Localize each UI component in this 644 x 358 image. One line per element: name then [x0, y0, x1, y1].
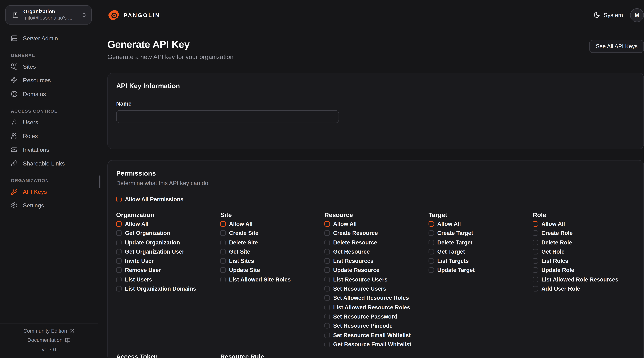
user-avatar[interactable]: M: [630, 8, 644, 22]
perm-checkbox-resource-list-resources[interactable]: List Resources: [324, 256, 427, 266]
page-header: Generate API Key Generate a new API key …: [108, 39, 644, 60]
sidebar-scrollbar-thumb[interactable]: [99, 176, 100, 188]
sidebar-item-invitations[interactable]: Invitations: [6, 143, 92, 156]
perm-checkbox-site-get-site[interactable]: Get Site: [220, 247, 323, 256]
perm-checkbox-role-list-roles[interactable]: List Roles: [533, 256, 635, 266]
documentation-link[interactable]: Documentation: [0, 336, 98, 345]
community-edition-link[interactable]: Community Edition: [0, 326, 98, 336]
perm-checkbox-role-get-role[interactable]: Get Role: [533, 247, 635, 256]
perm-label: Set Resource Email Whitelist: [333, 332, 411, 338]
perm-checkbox-target-list-targets[interactable]: List Targets: [428, 256, 531, 266]
perm-checkbox-resource-list-resource-users[interactable]: List Resource Users: [324, 275, 427, 284]
perm-label: List Roles: [541, 258, 568, 264]
perm-checkbox-organization-allow-all[interactable]: Allow All: [116, 219, 218, 228]
perm-checkbox-resource-delete-resource[interactable]: Delete Resource: [324, 238, 427, 247]
perm-group-access-token: Access Token: [116, 353, 218, 358]
chevrons-up-down-icon: [81, 12, 87, 18]
perm-checkbox-site-delete-site[interactable]: Delete Site: [220, 238, 323, 247]
checkbox-icon: [428, 240, 434, 245]
perm-label: Allow All: [125, 221, 148, 227]
checkbox-icon: [220, 267, 226, 273]
gear-icon: [11, 202, 18, 208]
link-icon: [11, 160, 18, 167]
checkbox-icon: [116, 267, 122, 273]
building-icon: [12, 11, 19, 19]
perm-checkbox-resource-set-resource-password[interactable]: Set Resource Password: [324, 312, 427, 321]
perm-checkbox-site-update-site[interactable]: Update Site: [220, 266, 323, 275]
sidebar-item-shareable-links[interactable]: Shareable Links: [6, 156, 92, 170]
sidebar-item-roles[interactable]: Roles: [6, 129, 92, 143]
perm-checkbox-organization-invite-user[interactable]: Invite User: [116, 256, 218, 266]
perm-checkbox-site-create-site[interactable]: Create Site: [220, 228, 323, 238]
perm-checkbox-role-update-role[interactable]: Update Role: [533, 266, 635, 275]
nav-section-title: GENERAL: [6, 53, 92, 58]
checkbox-icon: [324, 267, 330, 273]
perm-checkbox-organization-list-users[interactable]: List Users: [116, 275, 218, 284]
perm-checkbox-site-list-sites[interactable]: List Sites: [220, 256, 323, 266]
perm-checkbox-organization-get-organization[interactable]: Get Organization: [116, 228, 218, 238]
checkbox-icon: [533, 286, 538, 292]
perm-checkbox-target-allow-all[interactable]: Allow All: [428, 219, 531, 228]
checkbox-icon: [116, 196, 122, 202]
allow-all-permissions-checkbox[interactable]: Allow All Permissions: [116, 194, 635, 204]
sidebar-item-label: Shareable Links: [23, 160, 65, 167]
perm-checkbox-resource-set-resource-pincode[interactable]: Set Resource Pincode: [324, 321, 427, 331]
sidebar-item-resources[interactable]: Resources: [6, 73, 92, 87]
sidebar-item-settings[interactable]: Settings: [6, 198, 92, 212]
app-window: Organization milo@fossorial.io's ... Ser…: [0, 0, 644, 358]
perm-checkbox-target-get-target[interactable]: Get Target: [428, 247, 531, 256]
theme-toggle[interactable]: System: [594, 12, 623, 18]
org-switcher[interactable]: Organization milo@fossorial.io's ...: [6, 5, 92, 24]
perm-group-target: TargetAllow AllCreate TargetDelete Targe…: [428, 211, 531, 349]
perm-checkbox-organization-get-organization-user[interactable]: Get Organization User: [116, 247, 218, 256]
sidebar-item-label: Users: [23, 119, 38, 125]
perm-checkbox-resource-set-allowed-resource-roles[interactable]: Set Allowed Resource Roles: [324, 293, 427, 303]
perm-checkbox-target-create-target[interactable]: Create Target: [428, 228, 531, 238]
sidebar-item-api-keys[interactable]: API Keys: [6, 185, 92, 198]
perm-checkbox-organization-list-organization-domains[interactable]: List Organization Domains: [116, 284, 218, 293]
see-all-api-keys-button[interactable]: See All API Keys: [590, 40, 644, 53]
perm-label: Get Role: [541, 249, 564, 255]
perm-label: Set Resource Users: [333, 286, 386, 292]
checkbox-icon: [116, 240, 122, 245]
main-content: PANGOLIN System M Generate API Key Gener…: [98, 0, 644, 358]
sidebar-item-sites[interactable]: Sites: [6, 59, 92, 73]
checkbox-icon: [324, 314, 330, 319]
perm-checkbox-resource-get-resource-email-whitelist[interactable]: Get Resource Email Whitelist: [324, 340, 427, 349]
perm-checkbox-resource-set-resource-email-whitelist[interactable]: Set Resource Email Whitelist: [324, 331, 427, 340]
checkbox-icon: [116, 277, 122, 282]
brand-logo[interactable]: PANGOLIN: [108, 9, 160, 21]
name-input[interactable]: [116, 110, 339, 123]
perm-checkbox-resource-get-resource[interactable]: Get Resource: [324, 247, 427, 256]
perm-label: Create Site: [229, 230, 258, 236]
checkbox-icon: [324, 323, 330, 329]
perm-checkbox-role-delete-role[interactable]: Delete Role: [533, 238, 635, 247]
perm-checkbox-site-allow-all[interactable]: Allow All: [220, 219, 323, 228]
perm-checkbox-organization-update-organization[interactable]: Update Organization: [116, 238, 218, 247]
perm-checkbox-organization-remove-user[interactable]: Remove User: [116, 266, 218, 275]
perm-checkbox-resource-allow-all[interactable]: Allow All: [324, 219, 427, 228]
perm-label: Delete Role: [541, 239, 572, 246]
perm-checkbox-resource-set-resource-users[interactable]: Set Resource Users: [324, 284, 427, 293]
perm-checkbox-target-delete-target[interactable]: Delete Target: [428, 238, 531, 247]
sidebar-item-label: Settings: [23, 202, 44, 208]
perm-group-title: Target: [428, 211, 531, 218]
perm-checkbox-resource-create-resource[interactable]: Create Resource: [324, 228, 427, 238]
perm-checkbox-site-list-allowed-site-roles[interactable]: List Allowed Site Roles: [220, 275, 323, 284]
perm-checkbox-target-update-target[interactable]: Update Target: [428, 266, 531, 275]
checkbox-icon: [324, 286, 330, 292]
perm-checkbox-resource-update-resource[interactable]: Update Resource: [324, 266, 427, 275]
checkbox-icon: [116, 258, 122, 264]
perm-checkbox-resource-list-allowed-resource-roles[interactable]: List Allowed Resource Roles: [324, 303, 427, 312]
name-field: Name: [116, 101, 635, 123]
perm-checkbox-role-create-role[interactable]: Create Role: [533, 228, 635, 238]
perm-checkbox-role-add-user-role[interactable]: Add User Role: [533, 284, 635, 293]
sidebar-item-users[interactable]: Users: [6, 115, 92, 129]
perm-label: Invite User: [125, 258, 154, 264]
sidebar-item-server-admin[interactable]: Server Admin: [6, 31, 92, 45]
perm-checkbox-role-allow-all[interactable]: Allow All: [533, 219, 635, 228]
permissions-title: Permissions: [116, 170, 635, 177]
perm-checkbox-role-list-allowed-role-resources[interactable]: List Allowed Role Resources: [533, 275, 635, 284]
sidebar-item-domains[interactable]: Domains: [6, 87, 92, 101]
checkbox-icon: [428, 267, 434, 273]
